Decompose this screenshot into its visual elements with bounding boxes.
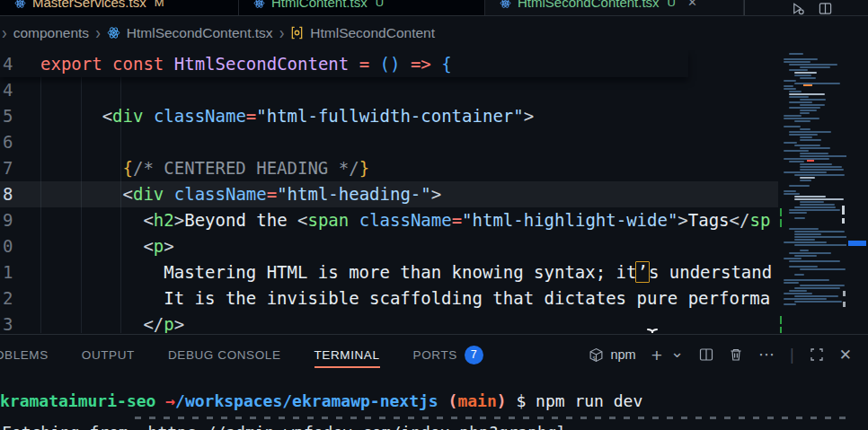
- react-file-icon: [253, 0, 265, 9]
- line-number[interactable]: 9: [0, 207, 23, 233]
- run-button-icon[interactable]: [791, 2, 804, 15]
- line-number[interactable]: 2: [0, 285, 23, 312]
- code-line[interactable]: 6: [0, 129, 778, 155]
- breadcrumb-folder[interactable]: components: [13, 25, 89, 41]
- line-number[interactable]: 6: [0, 129, 23, 155]
- terminal-profile[interactable]: $ npm: [589, 347, 635, 363]
- tab-terminal[interactable]: TERMINAL: [314, 335, 380, 374]
- tab-ports[interactable]: PORTS 7: [413, 335, 483, 374]
- git-status-badge: M: [155, 0, 164, 14]
- divider: |: [790, 346, 794, 364]
- svg-text:$: $: [593, 354, 597, 361]
- code-line[interactable]: 7 {/* CENTERED HEADING */}: [0, 155, 778, 181]
- vscode-window: { "icons": { "plus": "+", "chevron_down"…: [0, 0, 868, 430]
- react-file-icon: [500, 0, 511, 9]
- git-status-badge: U: [376, 0, 384, 14]
- new-terminal-icon[interactable]: +: [651, 346, 662, 364]
- tab-label: HtmlSecondContent.tsx: [518, 0, 660, 14]
- tab-masterservices[interactable]: MasterServices.tsx M: [0, 0, 239, 15]
- code-region[interactable]: 45 <div className="html-fullwidth-contai…: [0, 50, 778, 333]
- split-terminal-icon[interactable]: [699, 347, 713, 362]
- line-number[interactable]: 3: [0, 312, 23, 333]
- tab-output[interactable]: OUTPUT: [82, 335, 135, 374]
- overview-ruler[interactable]: [846, 50, 868, 333]
- code-line-text: [23, 77, 40, 103]
- terminal-profile-label: npm: [610, 347, 635, 362]
- editor-tab-bar: MasterServices.tsx M HtmlContent.tsx U H…: [0, 0, 868, 16]
- panel-actions: $ npm + ⌄ ⋯ | ✕: [589, 346, 868, 364]
- code-line-text: <h2>Beyond the <span className="html-hig…: [23, 207, 770, 233]
- code-line[interactable]: 9 <h2>Beyond the <span className="html-h…: [0, 207, 778, 233]
- code-line[interactable]: 2 It is the invisible scaffolding that d…: [0, 285, 778, 312]
- code-line[interactable]: 5 <div className="html-fullwidth-contain…: [0, 103, 778, 129]
- sticky-scroll-line[interactable]: 4export const HtmlSecondContent = () => …: [0, 50, 688, 77]
- code-line-text: export const HtmlSecondContent = () => {: [23, 50, 452, 77]
- code-line-text: Mastering HTML is more than knowing synt…: [23, 259, 772, 285]
- minimap[interactable]: [780, 50, 846, 333]
- close-tab-icon[interactable]: ✕: [687, 0, 697, 14]
- chevron-right-icon: ›: [279, 24, 285, 42]
- line-number[interactable]: 5: [0, 103, 23, 129]
- panel-header: PROBLEMS OUTPUT DEBUG CONSOLE TERMINAL P…: [0, 335, 868, 374]
- breadcrumb: › components › HtmlSecondContent.tsx › H…: [0, 16, 868, 49]
- code-line-text: <p>: [23, 233, 174, 259]
- code-line[interactable]: 4: [0, 77, 778, 103]
- line-number[interactable]: 8: [0, 181, 23, 207]
- line-number[interactable]: 1: [0, 259, 23, 285]
- symbol-constant-icon: [290, 26, 304, 39]
- line-number[interactable]: 4: [0, 77, 23, 103]
- split-editor-icon[interactable]: [819, 2, 832, 15]
- react-file-icon: [14, 0, 26, 9]
- mouse-ibeam-cursor: [642, 325, 663, 333]
- tab-htmlsecondcontent-active[interactable]: HtmlSecondContent.tsx U ✕: [485, 0, 744, 15]
- code-line-text: <div className="html-fullwidth-container…: [23, 103, 534, 129]
- tab-label: HtmlContent.tsx: [271, 0, 368, 14]
- code-line[interactable]: 0 <p>: [0, 233, 778, 259]
- code-line-text: </p>: [23, 312, 184, 333]
- code-line[interactable]: 8 <div className="html-heading-">: [0, 181, 778, 207]
- editor-actions: [744, 0, 868, 15]
- terminal-prompt-line: kramataimuri-seo →/workspaces/ekramawp-n…: [0, 390, 868, 413]
- terminal-output[interactable]: kramataimuri-seo →/workspaces/ekramawp-n…: [0, 390, 868, 430]
- ports-count-badge: 7: [465, 346, 483, 364]
- breadcrumb-file[interactable]: HtmlSecondContent.tsx: [127, 25, 273, 41]
- code-line-text: {/* CENTERED HEADING */}: [23, 155, 369, 181]
- code-line-text: [23, 129, 40, 155]
- line-number[interactable]: 0: [0, 233, 23, 259]
- line-number[interactable]: 7: [0, 155, 23, 181]
- close-panel-icon[interactable]: ✕: [839, 347, 852, 363]
- more-actions-icon[interactable]: ⋯: [758, 347, 775, 363]
- npm-terminal-icon: $: [589, 347, 604, 363]
- maximize-panel-icon[interactable]: [810, 347, 824, 362]
- breadcrumb-symbol[interactable]: HtmlSecondContent: [310, 25, 435, 41]
- tab-htmlcontent[interactable]: HtmlContent.tsx U: [239, 0, 485, 15]
- react-file-icon: [107, 26, 120, 39]
- chevron-right-icon: ›: [95, 24, 101, 42]
- tab-problems[interactable]: PROBLEMS: [0, 335, 49, 374]
- clipped-terminal-line: [135, 417, 854, 419]
- scrollbar-decoration: [848, 241, 866, 246]
- panel-tabs: PROBLEMS OUTPUT DEBUG CONSOLE TERMINAL P…: [0, 335, 483, 374]
- code-line-text: <div className="html-heading-">: [23, 181, 441, 207]
- code-line[interactable]: 4export const HtmlSecondContent = () => …: [0, 50, 688, 77]
- code-line[interactable]: 1 Mastering HTML is more than knowing sy…: [0, 259, 778, 285]
- tab-debug-console[interactable]: DEBUG CONSOLE: [168, 335, 281, 374]
- chevron-right-icon: ›: [2, 24, 7, 42]
- code-editor[interactable]: 45 <div className="html-fullwidth-contai…: [0, 50, 868, 333]
- kill-terminal-icon[interactable]: [729, 347, 743, 362]
- git-status-badge: U: [668, 0, 676, 14]
- terminal-dropdown-icon[interactable]: ⌄: [670, 344, 684, 360]
- code-lines[interactable]: 45 <div className="html-fullwidth-contai…: [0, 77, 778, 333]
- bottom-panel: PROBLEMS OUTPUT DEBUG CONSOLE TERMINAL P…: [0, 334, 868, 430]
- tab-label: MasterServices.tsx: [32, 0, 146, 14]
- line-number[interactable]: 4: [0, 50, 23, 77]
- terminal-output-line: Fetching from: https://admin.wpfedev.com…: [0, 421, 868, 430]
- code-line-text: It is the invisible scaffolding that dic…: [23, 285, 770, 312]
